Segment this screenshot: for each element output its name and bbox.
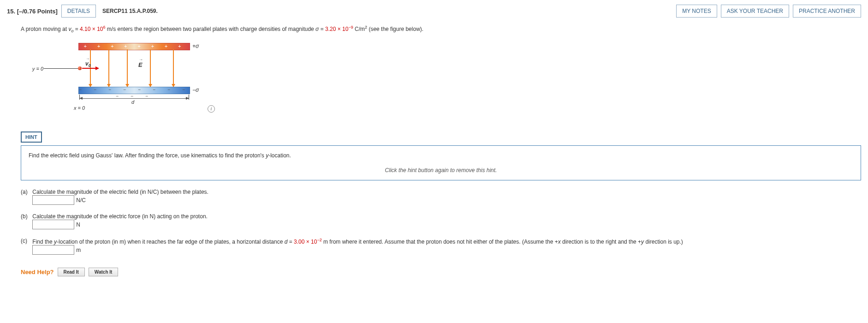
source-code: SERCP11 15.A.P.059.: [102, 8, 158, 14]
bottom-plate: − − − − − − − − − − −: [78, 87, 190, 94]
v0-label: v0: [85, 60, 91, 68]
part-a-text: Calculate the magnitude of the electric …: [32, 189, 208, 195]
problem-statement: A proton moving at vo = 4.10 × 106 m/s e…: [21, 24, 861, 35]
part-c-unit: m: [76, 247, 81, 253]
part-b: (b) Calculate the magnitude of the elect…: [21, 213, 861, 229]
info-icon[interactable]: i: [208, 105, 215, 113]
entry-axis: [44, 68, 81, 69]
hint-remove-text: Click the hint button again to remove th…: [29, 167, 853, 173]
my-notes-button[interactable]: MY NOTES: [676, 5, 717, 18]
question-header: 15. [–/0.76 Points] DETAILS SERCP11 15.A…: [7, 5, 861, 18]
part-c-label: (c): [21, 238, 31, 244]
x0-label: x = 0: [74, 105, 85, 111]
watch-it-button[interactable]: Watch It: [89, 268, 119, 276]
sigma-plus-label: +σ: [192, 43, 199, 49]
proton-dot: [78, 66, 82, 70]
hint-text: Find the electric field using Gauss' law…: [29, 152, 853, 159]
part-b-text: Calculate the magnitude of the electric …: [32, 213, 208, 220]
field-line: [173, 49, 174, 87]
field-line: [150, 49, 151, 87]
part-c: (c) Find the y-location of the proton (i…: [21, 238, 861, 255]
part-a: (a) Calculate the magnitude of the elect…: [21, 189, 861, 205]
read-it-button[interactable]: Read It: [58, 268, 85, 276]
need-help-row: Need Help? Read It Watch It: [21, 268, 861, 276]
part-b-label: (b): [21, 213, 31, 220]
part-c-text: Find the y-location of the proton (in m)…: [32, 239, 683, 245]
d-label: d: [131, 99, 134, 105]
y0-label: y = 0: [32, 66, 43, 72]
hint-box: Find the electric field using Gauss' law…: [21, 145, 861, 180]
figure-diagram: + + + + + + + + + + + +σ E v0 y = 0 − − …: [58, 43, 261, 121]
field-line: [108, 49, 109, 87]
ask-teacher-button[interactable]: ASK YOUR TEACHER: [721, 5, 789, 18]
e-field-label: E: [138, 61, 143, 68]
details-button[interactable]: DETAILS: [61, 5, 96, 18]
need-help-label: Need Help?: [21, 269, 54, 275]
hint-button[interactable]: HINT: [21, 132, 42, 143]
sigma-minus-label: −σ: [192, 87, 199, 93]
practice-another-button[interactable]: PRACTICE ANOTHER: [793, 5, 861, 18]
part-c-input[interactable]: [32, 245, 74, 255]
question-number: 15. [–/0.76 Points]: [7, 8, 58, 15]
part-a-input[interactable]: [32, 195, 74, 205]
part-b-input[interactable]: [32, 220, 74, 229]
part-a-label: (a): [21, 189, 31, 195]
part-b-unit: N: [76, 221, 80, 228]
field-line: [127, 49, 128, 87]
d-dimension-line: [80, 98, 189, 99]
part-a-unit: N/C: [76, 197, 86, 203]
